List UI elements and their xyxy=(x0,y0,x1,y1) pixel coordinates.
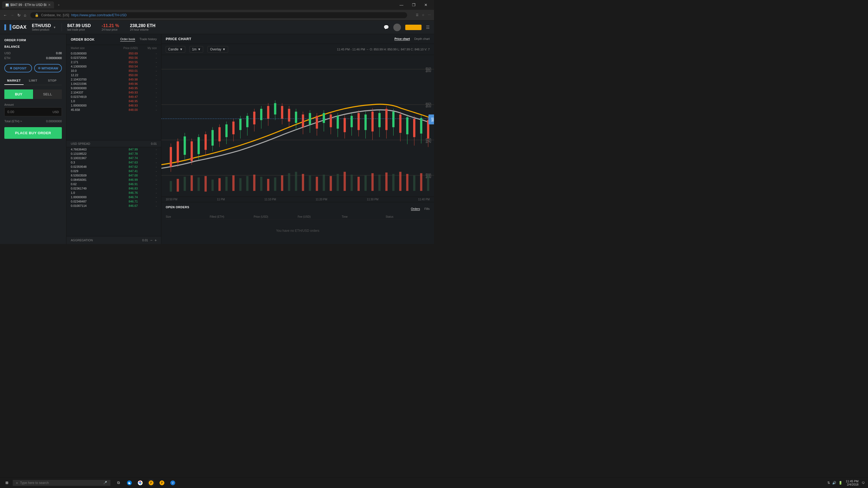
favorites-icon[interactable]: ☆ xyxy=(422,13,425,17)
header-cta-button[interactable] xyxy=(405,25,422,30)
svg-rect-48 xyxy=(170,147,172,167)
bid-price: 847.62 xyxy=(111,165,138,168)
ask-row[interactable]: 10.0 850.01 - xyxy=(66,69,161,73)
home-button[interactable]: ⌂ xyxy=(24,13,26,18)
withdraw-button[interactable]: ⊖ WITHDRAW xyxy=(34,64,62,72)
bid-row[interactable]: 1.00000000 846.74 - xyxy=(66,195,161,199)
col-market-size: Market size xyxy=(71,46,111,50)
ask-row[interactable]: 0.02372004 850.56 - xyxy=(66,56,161,60)
tab-order-book[interactable]: Order book xyxy=(120,37,135,41)
deposit-label: DEPOSIT xyxy=(13,67,26,70)
svg-rect-30 xyxy=(316,177,318,191)
new-tab-button[interactable]: + xyxy=(55,2,62,8)
svg-rect-23 xyxy=(267,179,269,191)
candle-type-button[interactable]: Candle ▼ xyxy=(166,46,185,53)
amount-currency: USD xyxy=(53,110,59,113)
reader-icon[interactable]: ☰ xyxy=(416,13,418,17)
amount-input[interactable] xyxy=(7,110,53,114)
ask-price: 850.69 xyxy=(111,52,138,55)
overlay-button[interactable]: Overlay ▼ xyxy=(208,46,228,53)
open-orders-col-headers: Size Filled (ETH) Price (USD) Fee (USD) … xyxy=(166,214,430,220)
ask-row[interactable]: 1.0 848.95 - xyxy=(66,99,161,103)
svg-rect-21 xyxy=(253,174,255,191)
bid-row[interactable]: 0.13108522 847.78 - xyxy=(66,152,161,156)
svg-rect-33 xyxy=(337,174,339,191)
header-stats: 847.99 USD last trade price -11.21 % 24 … xyxy=(67,23,156,31)
ask-row[interactable]: 1.04221596 849.96 - xyxy=(66,82,161,86)
aggregation-value: 0.01 xyxy=(142,238,148,242)
bid-row[interactable]: 1.0 846.76 - xyxy=(66,191,161,195)
svg-rect-110 xyxy=(385,109,388,130)
forward-button[interactable]: → xyxy=(10,13,14,18)
ask-row[interactable]: 1.00000000 848.93 - xyxy=(66,103,161,108)
bid-row[interactable]: 0.02361749 846.83 - xyxy=(66,186,161,191)
ask-row[interactable]: 0.01000000 850.69 - xyxy=(66,51,161,56)
ask-row[interactable]: 4.13000000 850.54 - xyxy=(66,64,161,69)
bid-row[interactable]: 0.3 847.63 - xyxy=(66,160,161,165)
col-size: Size xyxy=(166,215,210,218)
maximize-button[interactable]: ❐ xyxy=(408,0,420,10)
bid-price: 847.99 xyxy=(111,148,138,151)
bid-size: 0.01007114 xyxy=(71,204,111,207)
chat-icon[interactable]: 💬 xyxy=(383,25,389,30)
product-selector[interactable]: ETH/USD Select product ▼ xyxy=(32,23,62,31)
ohlc-info: 11:45 PM - 11:46 PM → O: 850.99 H: 850.9… xyxy=(337,48,430,51)
ask-row[interactable]: 9.00000000 849.95 - xyxy=(66,86,161,90)
user-avatar[interactable] xyxy=(393,24,401,31)
bid-row[interactable]: 0.62 846.91 - xyxy=(66,182,161,186)
interval-button[interactable]: 1m ▼ xyxy=(190,46,204,53)
bid-row[interactable]: 0.02359548 847.62 - xyxy=(66,165,161,169)
tab-close-button[interactable]: ✕ xyxy=(48,3,51,7)
svg-text:$848.10: $848.10 xyxy=(431,117,434,123)
svg-rect-32 xyxy=(330,176,332,191)
tab-price-chart[interactable]: Price chart xyxy=(394,37,410,41)
browser-right-icons: ☰ ☆ ⋯ xyxy=(416,13,431,17)
place-order-button[interactable]: PLACE BUY ORDER xyxy=(4,127,62,139)
deposit-button[interactable]: ⊕ DEPOSIT xyxy=(4,64,32,72)
sell-button[interactable]: SELL xyxy=(33,90,62,99)
tab-depth-chart[interactable]: Depth chart xyxy=(414,37,430,41)
tab-fills[interactable]: Fills xyxy=(424,207,430,210)
svg-rect-16 xyxy=(218,178,220,191)
agg-increase-button[interactable]: + xyxy=(155,238,157,242)
bid-row[interactable]: 4.76636463 847.99 - xyxy=(66,147,161,152)
svg-rect-14 xyxy=(205,176,207,191)
bid-row[interactable]: 8.53503509 847.00 - xyxy=(66,173,161,177)
url-bar[interactable]: 🔒 Coinbase, Inc. [US] https://www.gdax.c… xyxy=(30,12,407,18)
minimize-button[interactable]: — xyxy=(395,0,408,10)
bid-row[interactable]: 0.08456081 846.99 - xyxy=(66,177,161,182)
more-icon[interactable]: ⋯ xyxy=(428,13,431,17)
bid-row[interactable]: 0.029 847.41 - xyxy=(66,169,161,173)
bid-row[interactable]: 0.02348487 846.71 - xyxy=(66,199,161,204)
tab-trade-history[interactable]: Trade history xyxy=(140,37,157,41)
close-button[interactable]: ✕ xyxy=(420,0,432,10)
overlay-dropdown-icon: ▼ xyxy=(222,47,226,51)
bid-row[interactable]: 0.01007114 846.67 - xyxy=(66,204,161,208)
usd-balance-row: USD 0.00 xyxy=(4,52,62,55)
ask-row[interactable]: 12.22 850.00 - xyxy=(66,73,161,77)
bid-row[interactable]: 0.10031967 847.74 - xyxy=(66,156,161,160)
tab-limit[interactable]: LIMIT xyxy=(24,77,43,85)
buy-button[interactable]: BUY xyxy=(4,90,33,99)
svg-rect-44 xyxy=(413,175,415,191)
tab-stop[interactable]: STOP xyxy=(42,77,62,85)
ask-row[interactable]: 2.171 850.55 - xyxy=(66,60,161,64)
ask-mysize: - xyxy=(138,78,157,81)
refresh-button[interactable]: ↻ xyxy=(18,13,21,18)
svg-rect-46 xyxy=(427,174,429,191)
bid-size: 0.10031967 xyxy=(71,156,111,160)
ask-row[interactable]: 45.658 848.00 - xyxy=(66,108,161,112)
active-tab[interactable]: 📊 $847.99 · ETH to USD Bi ✕ xyxy=(2,1,54,8)
ask-row[interactable]: 2.104337 849.93 - xyxy=(66,90,161,95)
back-button[interactable]: ← xyxy=(3,13,7,18)
ask-row[interactable]: 0.02374919 849.47 - xyxy=(66,95,161,99)
svg-rect-70 xyxy=(246,116,248,127)
agg-decrease-button[interactable]: − xyxy=(150,238,152,242)
tab-market[interactable]: MARKET xyxy=(4,77,24,85)
menu-icon[interactable]: ☰ xyxy=(426,25,430,30)
ask-row[interactable]: 2.10433700 849.98 - xyxy=(66,77,161,82)
svg-rect-96 xyxy=(337,116,339,129)
tab-orders[interactable]: Orders xyxy=(411,207,420,210)
volume-value: 238,280 ETH xyxy=(130,23,155,28)
time-2: 11 PM xyxy=(217,198,225,201)
